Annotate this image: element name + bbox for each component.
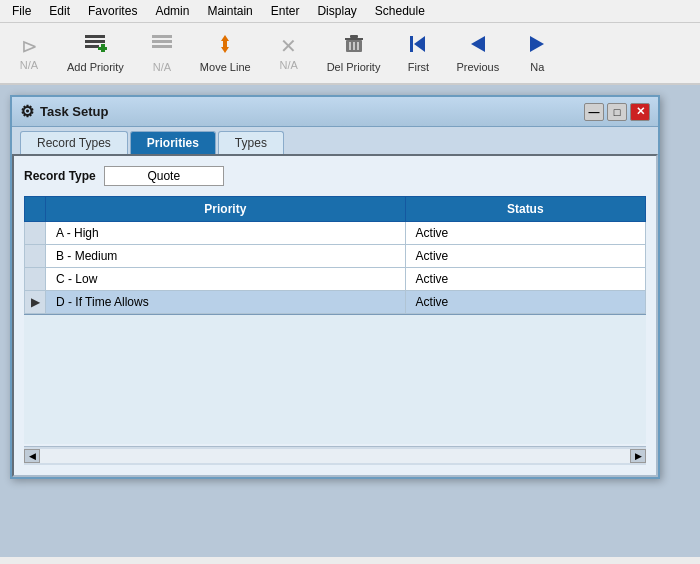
close-button[interactable]: ✕ (630, 103, 650, 121)
dialog-titlebar: ⚙ Task Setup — □ ✕ (12, 97, 658, 127)
btn-move-line[interactable]: Move Line (189, 25, 262, 81)
btn-na-next[interactable]: Na (512, 25, 562, 81)
minimize-button[interactable]: — (584, 103, 604, 121)
maximize-button[interactable]: □ (607, 103, 627, 121)
btn-na-1-label: N/A (20, 59, 38, 71)
dialog-title-area: ⚙ Task Setup (20, 102, 108, 121)
previous-icon (467, 33, 489, 58)
btn-move-line-label: Move Line (200, 61, 251, 73)
del-priority-icon (341, 33, 367, 58)
na1-icon: ⊳ (21, 36, 38, 56)
tab-record-types[interactable]: Record Types (20, 131, 128, 154)
tab-types[interactable]: Types (218, 131, 284, 154)
move-line-icon (212, 33, 238, 58)
svg-rect-16 (353, 42, 355, 50)
row-indicator: ▶ (25, 291, 46, 314)
btn-first[interactable]: First (393, 25, 443, 81)
btn-add-priority[interactable]: Add Priority (56, 25, 135, 81)
svg-rect-18 (410, 36, 413, 52)
status-cell: Active (405, 291, 645, 314)
table-row[interactable]: C - LowActive (25, 268, 646, 291)
priority-cell: C - Low (46, 268, 406, 291)
tab-bar: Record Types Priorities Types (12, 127, 658, 154)
menu-favorites[interactable]: Favorites (80, 2, 145, 20)
status-cell: Active (405, 222, 645, 245)
svg-rect-13 (350, 35, 358, 38)
btn-add-priority-label: Add Priority (67, 61, 124, 73)
svg-rect-0 (85, 35, 105, 38)
svg-rect-5 (152, 35, 172, 38)
svg-rect-17 (357, 42, 359, 50)
menu-file[interactable]: File (4, 2, 39, 20)
status-cell: Active (405, 268, 645, 291)
col-priority-header: Priority (46, 197, 406, 222)
priority-cell: B - Medium (46, 245, 406, 268)
menu-display[interactable]: Display (309, 2, 364, 20)
next-icon (526, 33, 548, 58)
svg-rect-12 (345, 38, 363, 40)
menu-enter[interactable]: Enter (263, 2, 308, 20)
scroll-area (24, 314, 646, 444)
svg-marker-8 (221, 35, 229, 41)
scroll-track[interactable] (40, 449, 630, 463)
menu-admin[interactable]: Admin (147, 2, 197, 20)
status-cell: Active (405, 245, 645, 268)
add-priority-icon (83, 33, 107, 58)
btn-na-2: N/A (137, 25, 187, 81)
svg-rect-6 (152, 40, 172, 43)
record-type-value: Quote (104, 166, 224, 186)
toolbar: ⊳ N/A Add Priority N/A (0, 23, 700, 85)
btn-na-next-label: Na (530, 61, 544, 73)
main-area: ⚙ Task Setup — □ ✕ Record Types Prioriti… (0, 85, 700, 557)
svg-rect-1 (85, 40, 105, 43)
table-row[interactable]: B - MediumActive (25, 245, 646, 268)
btn-previous-label: Previous (456, 61, 499, 73)
btn-first-label: First (408, 61, 429, 73)
svg-marker-21 (530, 36, 544, 52)
svg-rect-4 (98, 47, 107, 50)
btn-del-priority[interactable]: Del Priority (316, 25, 392, 81)
row-indicator (25, 222, 46, 245)
col-status-header: Status (405, 197, 645, 222)
record-type-label: Record Type (24, 169, 96, 183)
menu-bar: File Edit Favorites Admin Maintain Enter… (0, 0, 700, 23)
na3-icon: ✕ (280, 36, 297, 56)
horizontal-scrollbar: ◀ ▶ (24, 446, 646, 465)
dialog-body: Record Type Quote Priority Status A - Hi… (12, 154, 658, 477)
first-icon (407, 33, 429, 58)
svg-marker-19 (414, 36, 425, 52)
table-row[interactable]: ▶D - If Time AllowsActive (25, 291, 646, 314)
menu-maintain[interactable]: Maintain (199, 2, 260, 20)
priority-cell: D - If Time Allows (46, 291, 406, 314)
svg-rect-15 (349, 42, 351, 50)
btn-del-priority-label: Del Priority (327, 61, 381, 73)
dialog-title-text: Task Setup (40, 104, 108, 119)
svg-rect-7 (152, 45, 172, 48)
btn-na-1: ⊳ N/A (4, 25, 54, 81)
svg-marker-20 (471, 36, 485, 52)
priorities-table: Priority Status A - HighActiveB - Medium… (24, 196, 646, 314)
na2-icon (150, 33, 174, 58)
table-row[interactable]: A - HighActive (25, 222, 646, 245)
col-indicator (25, 197, 46, 222)
row-indicator (25, 268, 46, 291)
svg-rect-2 (85, 45, 99, 48)
scroll-right-button[interactable]: ▶ (630, 449, 646, 463)
tab-priorities[interactable]: Priorities (130, 131, 216, 154)
priority-cell: A - High (46, 222, 406, 245)
menu-edit[interactable]: Edit (41, 2, 78, 20)
svg-rect-11 (223, 41, 227, 47)
row-indicator (25, 245, 46, 268)
svg-marker-10 (221, 47, 229, 53)
btn-na-2-label: N/A (153, 61, 171, 73)
btn-na-3-label: N/A (279, 59, 297, 71)
task-setup-dialog: ⚙ Task Setup — □ ✕ Record Types Prioriti… (10, 95, 660, 479)
btn-previous[interactable]: Previous (445, 25, 510, 81)
dialog-controls: — □ ✕ (584, 103, 650, 121)
record-type-row: Record Type Quote (24, 166, 646, 186)
menu-schedule[interactable]: Schedule (367, 2, 433, 20)
btn-na-3: ✕ N/A (264, 25, 314, 81)
dialog-title-icon: ⚙ (20, 102, 34, 121)
scroll-left-button[interactable]: ◀ (24, 449, 40, 463)
